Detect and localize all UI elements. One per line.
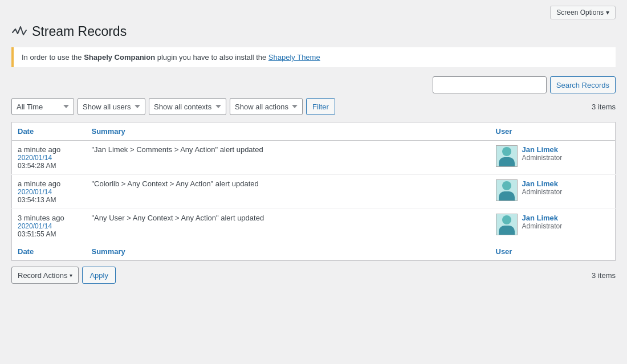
user-cell: Jan Limek Administrator — [496, 214, 610, 235]
date-time: 03:54:28 AM — [18, 162, 80, 170]
screen-options-button[interactable]: Screen Options ▾ — [550, 6, 616, 19]
time-filter-select[interactable]: All Time Today Last 7 Days Last 30 Days — [11, 98, 74, 115]
search-records-button[interactable]: Search Records — [550, 76, 616, 93]
avatar-torso — [499, 157, 515, 166]
bottom-bar: Record Actions ▾ Apply 3 items — [11, 267, 616, 284]
avatar — [496, 179, 518, 201]
apply-button[interactable]: Apply — [82, 267, 116, 284]
avatar-torso — [499, 226, 515, 235]
filter-row: All Time Today Last 7 Days Last 30 Days … — [11, 98, 616, 115]
summary-text: "Any User > Any Context > Any Action" al… — [92, 214, 264, 222]
screen-options-chevron: ▾ — [606, 9, 609, 17]
notice-bar: In order to use the Shapely Companion pl… — [11, 47, 616, 67]
summary-text: "Jan Limek > Comments > Any Action" aler… — [92, 145, 263, 154]
user-cell: Jan Limek Administrator — [496, 179, 610, 201]
search-row: Search Records — [11, 76, 616, 93]
screen-options-label: Screen Options — [556, 9, 604, 17]
user-role: Administrator — [522, 222, 563, 230]
items-count-bottom: 3 items — [592, 271, 616, 280]
date-relative: a minute ago — [18, 145, 80, 154]
record-actions-label: Record Actions — [18, 271, 67, 280]
page-title: Stream Records — [32, 24, 127, 39]
user-info: Jan Limek Administrator — [522, 179, 563, 196]
col-footer-summary: Summary — [86, 243, 490, 261]
notice-text-before: In order to use the — [22, 53, 84, 62]
table-header-row: Date Summary User — [12, 122, 616, 141]
table-cell-user: Jan Limek Administrator — [490, 175, 616, 209]
user-info: Jan Limek Administrator — [522, 214, 563, 230]
summary-text: "Colorlib > Any Context > Any Action" al… — [92, 179, 259, 188]
date-relative: a minute ago — [18, 179, 80, 188]
table-cell-summary: "Any User > Any Context > Any Action" al… — [86, 209, 490, 243]
notice-link[interactable]: Shapely Theme — [268, 53, 320, 62]
notice-bold-text: Shapely Companion — [84, 53, 155, 62]
avatar-head — [502, 215, 511, 224]
filter-button[interactable]: Filter — [306, 98, 335, 115]
avatar-head — [502, 147, 511, 156]
col-footer-date[interactable]: Date — [12, 243, 86, 261]
user-role: Administrator — [522, 188, 563, 196]
date-relative: 3 minutes ago — [18, 214, 80, 222]
date-absolute: 2020/01/14 — [18, 188, 80, 196]
avatar-head — [502, 181, 511, 190]
records-table: Date Summary User a minute ago 2020/01/1… — [11, 122, 616, 261]
table-cell-date: 3 minutes ago 2020/01/14 03:51:55 AM — [12, 209, 86, 243]
user-name[interactable]: Jan Limek — [522, 179, 563, 188]
user-name[interactable]: Jan Limek — [522, 214, 563, 222]
items-count-top: 3 items — [592, 103, 616, 111]
col-header-date[interactable]: Date — [12, 122, 86, 141]
col-footer-user: User — [490, 243, 616, 261]
date-absolute: 2020/01/14 — [18, 154, 80, 162]
avatar-torso — [499, 191, 515, 201]
search-input[interactable] — [433, 76, 547, 93]
date-absolute: 2020/01/14 — [18, 222, 80, 230]
date-time: 03:54:13 AM — [18, 196, 80, 204]
contexts-filter-select[interactable]: Show all contexts — [149, 98, 226, 115]
record-actions-chevron: ▾ — [70, 272, 72, 279]
avatar-body — [496, 214, 517, 235]
user-name[interactable]: Jan Limek — [522, 145, 563, 154]
col-header-summary: Summary — [86, 122, 490, 141]
avatar-body — [496, 180, 517, 201]
table-cell-user: Jan Limek Administrator — [490, 209, 616, 243]
top-bar: Screen Options ▾ — [11, 6, 616, 19]
avatar — [496, 145, 518, 167]
users-filter-select[interactable]: Show all users — [78, 98, 145, 115]
notice-text-middle: plugin you have to also install the — [155, 53, 268, 62]
record-actions-button[interactable]: Record Actions ▾ — [11, 267, 79, 284]
table-row: 3 minutes ago 2020/01/14 03:51:55 AM "An… — [12, 209, 616, 243]
table-row: a minute ago 2020/01/14 03:54:28 AM "Jan… — [12, 141, 616, 175]
table-cell-summary: "Colorlib > Any Context > Any Action" al… — [86, 175, 490, 209]
table-cell-date: a minute ago 2020/01/14 03:54:13 AM — [12, 175, 86, 209]
table-cell-user: Jan Limek Administrator — [490, 141, 616, 175]
table-footer-row: Date Summary User — [12, 243, 616, 261]
avatar — [496, 214, 518, 235]
avatar-body — [496, 146, 517, 166]
date-time: 03:51:55 AM — [18, 230, 80, 238]
actions-filter-select[interactable]: Show all actions — [230, 98, 303, 115]
user-role: Administrator — [522, 154, 563, 162]
table-row: a minute ago 2020/01/14 03:54:13 AM "Col… — [12, 175, 616, 209]
table-cell-date: a minute ago 2020/01/14 03:54:28 AM — [12, 141, 86, 175]
table-cell-summary: "Jan Limek > Comments > Any Action" aler… — [86, 141, 490, 175]
user-info: Jan Limek Administrator — [522, 145, 563, 162]
col-header-user: User — [490, 122, 616, 141]
stream-icon — [11, 24, 27, 39]
page-title-row: Stream Records — [11, 24, 616, 39]
user-cell: Jan Limek Administrator — [496, 145, 610, 167]
